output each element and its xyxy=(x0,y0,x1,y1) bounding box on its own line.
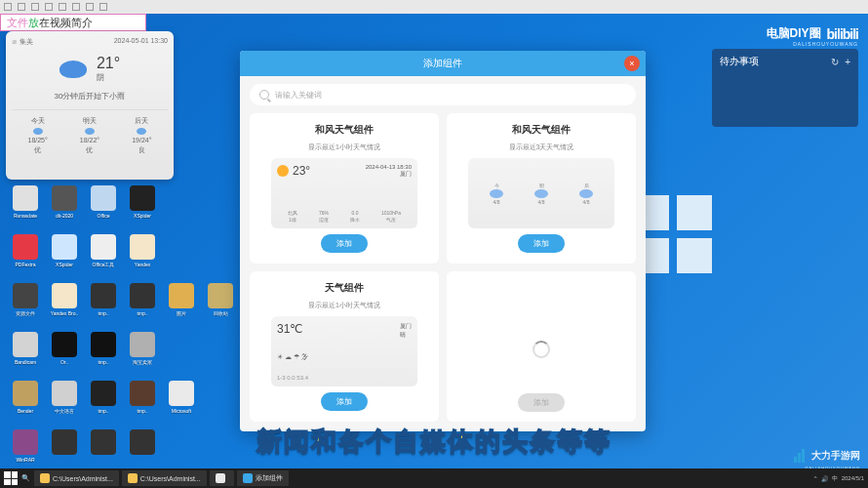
close-icon[interactable]: × xyxy=(624,56,640,71)
app-icon xyxy=(52,332,77,357)
desktop-icon[interactable]: Yandex Bro.. xyxy=(47,283,82,326)
day-quality: 优 xyxy=(86,145,93,155)
taskbar-app-icon xyxy=(243,473,253,483)
app-icon xyxy=(169,381,194,406)
desktop-icon[interactable]: 中文语言 xyxy=(47,381,82,424)
taskbar-item[interactable]: 添加组件 xyxy=(237,470,289,486)
search-input[interactable]: 请输入关键词 xyxy=(250,84,636,105)
app-icon xyxy=(13,429,38,455)
tray-date[interactable]: 2024/5/1 xyxy=(842,475,864,481)
desktop-icon[interactable]: XSpider xyxy=(125,185,160,228)
add-button: 添加 xyxy=(518,393,565,412)
taskbar-item-label: C:\Users\Administ... xyxy=(140,475,201,482)
app-titlebar xyxy=(0,0,868,14)
location-icon: ⊙ xyxy=(12,38,18,45)
taskbar[interactable]: 🔍 C:\Users\Administ... C:\Users\Administ… xyxy=(0,468,868,488)
desktop-icon[interactable]: tmp.. xyxy=(125,381,160,424)
search-placeholder: 请输入关键词 xyxy=(275,90,322,101)
day-quality: 优 xyxy=(34,145,41,155)
desktop-icon[interactable]: XSpider xyxy=(47,234,82,277)
desktop-icon[interactable]: Or.. xyxy=(47,332,82,375)
icon-label: 淘宝卖家 xyxy=(125,359,160,365)
desktop-icon[interactable] xyxy=(86,429,121,472)
taskbar-item[interactable]: C:\Users\Administ... xyxy=(122,470,207,486)
desktop-icon[interactable]: 图片 xyxy=(164,283,199,326)
tray-ime-icon[interactable]: 中 xyxy=(832,474,838,483)
weather-condition: 阴 xyxy=(97,72,120,83)
desktop-icon[interactable]: tmp.. xyxy=(86,381,121,424)
taskbar-search-icon[interactable]: 🔍 xyxy=(21,474,30,482)
desktop-icons-grid: Runasdate dit-2020 Office XSpider PDFext… xyxy=(8,185,238,472)
todo-add-icon[interactable]: + xyxy=(845,57,850,67)
desktop-icon[interactable]: 资源文件 xyxy=(8,283,43,326)
watermark-text: 大力手游网 xyxy=(811,449,860,463)
titlebar-icon xyxy=(31,3,39,11)
icon-label: Microsoft xyxy=(164,408,199,414)
icon-label: XSpider xyxy=(47,262,82,267)
weather-location: 集美 xyxy=(20,38,33,45)
widget-card: 和风天气组件 显示最近3天天气情况 今4/8明4/8后4/8 添加 xyxy=(447,113,636,264)
desktop-icon[interactable]: tmp.. xyxy=(86,332,121,375)
titlebar-icon xyxy=(18,3,25,11)
desktop-icon[interactable] xyxy=(125,429,160,472)
app-icon xyxy=(130,381,155,406)
desktop-icon[interactable]: 淘宝卖家 xyxy=(125,332,160,375)
card-subtitle xyxy=(540,298,542,305)
taskbar-item[interactable]: C:\Users\Administ... xyxy=(34,470,119,486)
app-icon xyxy=(130,429,155,455)
icon-label: tmp.. xyxy=(125,310,160,316)
app-icon xyxy=(13,381,38,406)
day-range: 19/24° xyxy=(132,137,151,143)
cloud-icon xyxy=(59,61,87,78)
desktop-icon[interactable]: Office xyxy=(86,185,121,228)
desktop-icon[interactable]: PDFextra xyxy=(8,234,43,277)
tray-chevron-icon[interactable]: ^ xyxy=(814,475,817,481)
app-icon xyxy=(208,283,233,308)
desktop-icon[interactable]: Office工具 xyxy=(86,234,121,277)
todo-widget[interactable]: 待办事项 ↻ + xyxy=(712,49,858,127)
desktop-icon[interactable]: Bandicam xyxy=(8,332,43,375)
loading-spinner-icon xyxy=(533,341,550,358)
icon-label: Office xyxy=(86,213,121,219)
icon-label: WinRAR xyxy=(8,457,43,463)
taskbar-app-icon xyxy=(128,473,138,483)
icon-label: Bender xyxy=(8,408,43,414)
desktop-icon[interactable]: tmp.. xyxy=(86,283,121,326)
desktop-icon[interactable]: dit-2020 xyxy=(47,185,82,228)
desktop-icon[interactable] xyxy=(47,429,82,472)
desktop-icon[interactable]: Yandex xyxy=(125,234,160,277)
app-icon xyxy=(52,185,77,211)
app-icon xyxy=(91,234,116,260)
brand-name: 电脑DIY圈 xyxy=(767,25,821,42)
weather-tip: 30分钟后开始下小雨 xyxy=(12,91,168,102)
desktop-icon[interactable]: Runasdate xyxy=(8,185,43,228)
desktop-icon[interactable]: Microsoft xyxy=(164,381,199,424)
taskbar-item[interactable] xyxy=(210,470,234,486)
app-icon xyxy=(13,234,38,260)
todo-refresh-icon[interactable]: ↻ xyxy=(831,57,839,67)
icon-label: XSpider xyxy=(125,213,160,219)
icon-label: 资源文件 xyxy=(8,310,43,316)
add-button[interactable]: 添加 xyxy=(518,234,565,253)
add-button[interactable]: 添加 xyxy=(321,392,368,411)
titlebar-icon xyxy=(59,3,66,11)
desktop-icon[interactable]: Bender xyxy=(8,381,43,424)
taskbar-app-icon xyxy=(216,473,225,483)
icon-label: Runasdate xyxy=(8,213,43,219)
desktop-icon[interactable]: tmp.. xyxy=(125,283,160,326)
card-subtitle: 显示最近1小时天气情况 xyxy=(308,142,380,152)
icon-label: 中文语言 xyxy=(47,408,82,414)
weather-widget[interactable]: ⊙ 集美 2024-05-01 13:30 21° 阴 30分钟后开始下小雨 今… xyxy=(6,31,174,180)
card-title xyxy=(540,281,543,292)
app-icon xyxy=(169,283,194,308)
icon-label: tmp.. xyxy=(86,408,121,414)
start-button[interactable] xyxy=(4,471,18,485)
tray-volume-icon[interactable]: 🔊 xyxy=(821,475,828,482)
desktop-icon[interactable]: WinRAR xyxy=(8,429,43,472)
add-button[interactable]: 添加 xyxy=(321,234,368,253)
desktop-icon[interactable]: 回收站 xyxy=(203,283,238,326)
system-tray[interactable]: ^ 🔊 中 2024/5/1 xyxy=(814,474,864,483)
icon-label: PDFextra xyxy=(8,262,43,267)
widget-card: 和风天气组件 显示最近1小时天气情况 23°2024-04-13 18:30厦门… xyxy=(250,113,439,264)
widget-preview: 今4/8明4/8后4/8 xyxy=(468,158,614,228)
